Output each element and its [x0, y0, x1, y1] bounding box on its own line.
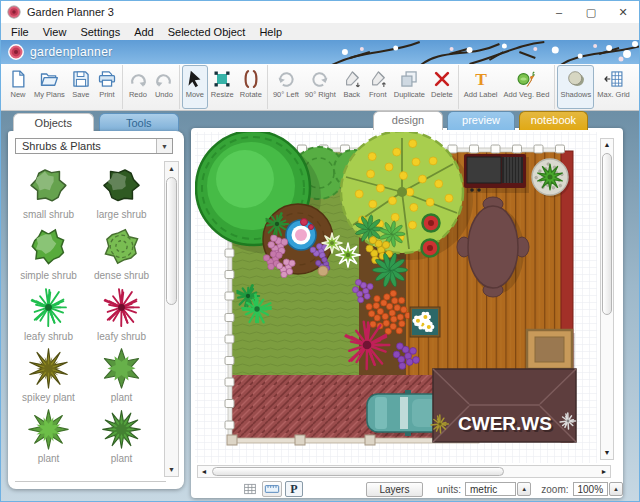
units-label: units:	[437, 484, 461, 495]
paragraph-button[interactable]: P	[285, 481, 303, 497]
toolbar-group: TAdd LabelAdd Veg. Bed	[459, 65, 556, 109]
chevron-down-icon[interactable]: ▼	[156, 139, 172, 153]
plant-item[interactable]: plant	[85, 344, 158, 405]
move-button[interactable]: Move	[182, 65, 208, 109]
add-label-button[interactable]: TAdd Label	[461, 65, 501, 109]
scroll-right-icon[interactable]: ►	[598, 466, 610, 477]
my-plans-button[interactable]: My Plans	[31, 65, 68, 109]
penb-icon	[342, 69, 362, 89]
resize-button[interactable]: Resize	[208, 65, 237, 109]
rotate-button[interactable]: Rotate	[237, 65, 265, 109]
menu-selected-object[interactable]: Selected Object	[161, 26, 253, 38]
plant-item[interactable]: leafy shrub	[85, 283, 158, 344]
scroll-down-icon[interactable]: ▼	[601, 447, 613, 459]
del-icon	[432, 69, 452, 89]
sidebar-tab-tools[interactable]: Tools	[99, 113, 180, 131]
red-flower[interactable]	[301, 219, 308, 226]
close-button[interactable]: ✕	[607, 1, 639, 23]
stone[interactable]	[318, 266, 328, 276]
grid-icon	[241, 481, 259, 497]
canvas-tab-design[interactable]: design	[373, 111, 443, 130]
flower-pot-1[interactable]	[423, 215, 440, 232]
star-plant-bed-2[interactable]	[336, 243, 360, 267]
scrollbar-thumb[interactable]	[602, 153, 612, 315]
garden-plan[interactable]: CWER.WS CWER.WS	[195, 132, 597, 463]
redo-button[interactable]: Redo	[125, 65, 151, 109]
front-button[interactable]: Front	[365, 65, 391, 109]
scroll-down-icon[interactable]: ▼	[165, 463, 178, 476]
app-logo: gardenplanner	[8, 44, 113, 60]
app-window: Garden Planner 3 – ▢ ✕ FileViewSettingsA…	[0, 0, 640, 502]
daisy-planter[interactable]	[410, 307, 440, 337]
rotate-90-left-button[interactable]: 90° Left	[270, 65, 302, 109]
toolbar-group: NewMy PlansSavePrint	[3, 65, 123, 109]
plant-icon	[26, 161, 71, 210]
maximize-button[interactable]: ▢	[575, 1, 607, 23]
vertical-scrollbar[interactable]: ▲ ▼	[600, 138, 614, 460]
plant-item[interactable]: simple shrub	[12, 222, 85, 283]
plant-icon	[99, 405, 144, 454]
category-dropdown[interactable]: Shrubs & Plants ▼	[15, 138, 173, 154]
plant-item[interactable]: leafy shrub	[12, 283, 85, 344]
new-button[interactable]: New	[5, 65, 31, 109]
layers-button[interactable]: Layers	[366, 482, 423, 497]
plant-item[interactable]: small shrub	[12, 161, 85, 222]
scroll-left-icon[interactable]: ◄	[198, 466, 210, 477]
shadows-button[interactable]: Shadows	[557, 65, 594, 109]
save-button[interactable]: Save	[68, 65, 94, 109]
toolbar-group: ShadowsMax. Grid	[555, 65, 634, 109]
plant-item[interactable]: dense shrub	[85, 222, 158, 283]
scroll-up-icon[interactable]: ▲	[165, 162, 178, 175]
menu-add[interactable]: Add	[127, 26, 161, 38]
delete-button[interactable]: Delete	[428, 65, 456, 109]
zoom-spinner[interactable]: ▲	[609, 482, 623, 496]
design-canvas[interactable]: CWER.WS CWER.WS	[195, 132, 597, 463]
flower-pot-2[interactable]	[422, 240, 439, 257]
menu-view[interactable]: View	[36, 26, 74, 38]
red-flower-2[interactable]	[309, 225, 314, 230]
toggle-ruler-button[interactable]	[262, 481, 282, 497]
plant-list-scrollbar[interactable]: ▲ ▼	[164, 161, 179, 477]
scroll-up-icon[interactable]: ▲	[601, 139, 613, 151]
zoom-select[interactable]: 100%	[573, 482, 609, 496]
app-logo-icon	[7, 5, 21, 19]
menu-settings[interactable]: Settings	[73, 26, 127, 38]
plant-icon	[26, 222, 71, 271]
logo-text: gardenplanner	[30, 45, 113, 59]
max-grid-button[interactable]: Max. Grid	[594, 65, 633, 109]
wooden-crate[interactable]	[527, 330, 575, 372]
canvas-tab-preview[interactable]: preview	[447, 111, 515, 130]
plant-item[interactable]: spikey plant	[12, 344, 85, 405]
bbq-grill[interactable]	[464, 154, 529, 193]
plant-item[interactable]: large shrub	[85, 161, 158, 222]
duplicate-button[interactable]: Duplicate	[391, 65, 428, 109]
page-icon	[8, 69, 28, 89]
rotate-90-right-button[interactable]: 90° Right	[302, 65, 339, 109]
plant-item[interactable]: plant	[12, 405, 85, 466]
menu-file[interactable]: File	[4, 26, 36, 38]
scrollbar-thumb[interactable]	[212, 467, 504, 476]
main-area: ObjectsTools Shrubs & Plants ▼ small shr…	[1, 111, 639, 501]
horizontal-scrollbar[interactable]: ◄ ►	[197, 465, 611, 478]
print-button[interactable]: Print	[94, 65, 120, 109]
plant-icon	[99, 344, 144, 393]
canvas-tab-notebook[interactable]: notebook	[519, 111, 588, 130]
undo-button[interactable]: Undo	[151, 65, 177, 109]
garage-roof[interactable]: CWER.WS CWER.WS	[431, 369, 576, 442]
tool-label: Rotate	[240, 90, 262, 99]
plant-label: leafy shrub	[24, 331, 73, 342]
plant-item[interactable]: plant	[85, 405, 158, 466]
scrollbar-thumb[interactable]	[166, 177, 177, 305]
plant-icon	[99, 161, 144, 210]
sidebar-tab-objects[interactable]: Objects	[13, 113, 94, 131]
menu-help[interactable]: Help	[252, 26, 289, 38]
tool-label: Shadows	[560, 90, 591, 99]
back-button[interactable]: Back	[339, 65, 365, 109]
units-spinner[interactable]: ▲	[517, 482, 531, 496]
add-veg-bed-button[interactable]: Add Veg. Bed	[501, 65, 553, 109]
units-select[interactable]: metric	[465, 482, 516, 496]
cursor-icon	[185, 69, 205, 89]
star-plant-bed-1[interactable]	[322, 233, 342, 253]
minimize-button[interactable]: –	[543, 1, 575, 23]
toggle-grid-button[interactable]	[241, 481, 259, 497]
